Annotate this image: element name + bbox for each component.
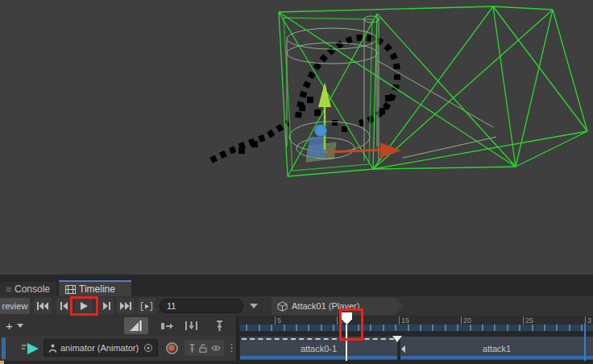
tab-console[interactable]: Console — [0, 282, 56, 296]
timeline-end-marker — [584, 323, 586, 361]
replace-mode-button[interactable] — [180, 317, 201, 334]
tab-bar: Console Timeline — [0, 275, 593, 296]
animator-icon — [48, 344, 57, 353]
highlight-play-button — [70, 296, 98, 316]
previous-frame-icon — [60, 302, 68, 310]
ruler-tick-band[interactable] — [240, 325, 593, 331]
mix-mode-icon — [130, 321, 143, 331]
unity-editor-window: Console Timeline review — [0, 0, 593, 364]
clip-attack1-loopbar — [400, 356, 593, 359]
record-dot-icon — [168, 345, 175, 351]
add-track-button[interactable]: + — [3, 318, 29, 333]
track-color-strip — [2, 337, 6, 359]
tab-timeline[interactable]: Timeline — [59, 280, 131, 296]
next-frame-button[interactable] — [99, 298, 114, 314]
go-to-end-button[interactable] — [117, 298, 135, 314]
add-track-label: + — [6, 319, 13, 333]
add-track-caret-icon — [17, 324, 23, 328]
animator-object-field[interactable]: animator (Animator) — [44, 339, 158, 357]
film-icon — [65, 285, 76, 294]
play-range-button[interactable] — [138, 298, 156, 314]
go-to-start-button[interactable] — [34, 298, 52, 314]
tab-timeline-label: Timeline — [79, 283, 115, 295]
clip-attack0-1[interactable]: attack0-1 — [240, 337, 397, 360]
track-lock-icon[interactable] — [199, 344, 207, 353]
go-to-start-icon — [37, 302, 48, 310]
play-range-icon — [141, 302, 152, 311]
y-axis-arrow[interactable] — [318, 82, 331, 107]
recorded-dash-line — [242, 338, 394, 340]
object-picker-icon[interactable] — [143, 343, 153, 353]
gizmo-cube — [309, 137, 325, 158]
ripple-mode-icon — [161, 322, 173, 330]
previous-frame-button[interactable] — [56, 298, 71, 314]
frame-value: 11 — [167, 301, 176, 311]
record-button[interactable] — [163, 339, 180, 357]
animator-object-label: animator (Animator) — [60, 343, 140, 353]
console-icon — [6, 285, 11, 294]
track-pin-icon[interactable] — [189, 344, 196, 353]
frame-field[interactable]: 11 — [160, 299, 243, 313]
preview-button[interactable]: review — [0, 298, 30, 314]
animation-track-icon — [21, 342, 40, 355]
track-options-menu[interactable]: ⋮ — [226, 340, 234, 356]
mix-mode-button[interactable] — [124, 317, 148, 334]
markers-toggle-button[interactable] — [209, 317, 229, 334]
pin-icon — [215, 321, 224, 331]
scene-gizmos — [0, 0, 593, 275]
scene-view[interactable] — [0, 0, 593, 275]
go-to-end-icon — [120, 302, 131, 310]
frame-dropdown-caret[interactable] — [250, 304, 258, 308]
bottom-strip — [0, 361, 593, 364]
clip-attack1[interactable]: attack1 — [400, 337, 593, 360]
preview-label: review — [2, 301, 28, 311]
clip-attack0-1-loopbar — [240, 356, 397, 359]
gizmo-center-ball[interactable] — [315, 125, 327, 137]
track-mute-eye-icon[interactable] — [211, 345, 221, 352]
record-ring-icon — [166, 342, 178, 354]
cube-icon — [277, 301, 288, 312]
highlight-playhead — [339, 308, 363, 341]
next-frame-icon — [103, 302, 110, 310]
clip-attack0-1-label: attack0-1 — [301, 344, 337, 354]
bottom-panel: Console Timeline review — [0, 275, 593, 364]
corner-marker — [0, 361, 4, 364]
ripple-mode-button[interactable] — [156, 317, 177, 334]
tab-console-label: Console — [15, 283, 50, 295]
clip-attack1-label: attack1 — [483, 344, 511, 354]
track-icon-group — [185, 340, 224, 356]
replace-mode-icon — [185, 321, 197, 330]
breadcrumb[interactable]: Attack01 (Player) — [272, 297, 404, 315]
